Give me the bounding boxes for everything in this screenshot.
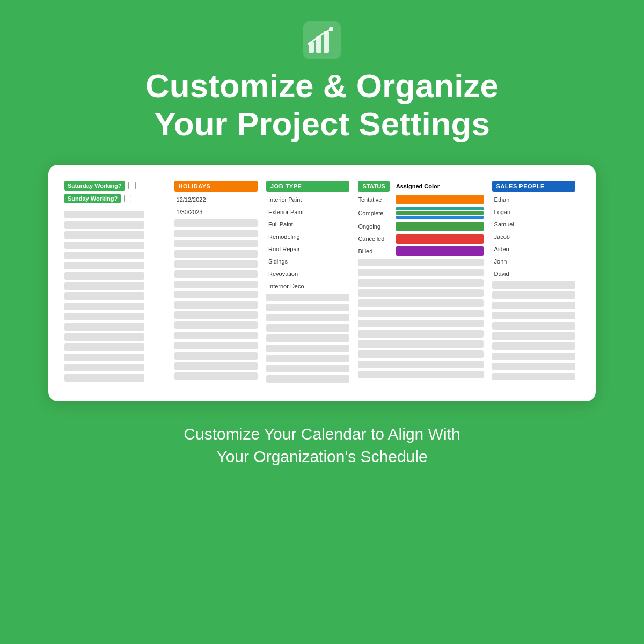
status-ongoing-color[interactable] — [396, 222, 483, 231]
status-tentative-label: Tentative — [358, 196, 393, 203]
saturday-working-row: Saturday Working? — [64, 181, 165, 191]
sales-people-section: SALES PEOPLE Ethan Logan Samuel Jacob Ai… — [488, 181, 580, 385]
status-tentative-row: Tentative — [358, 195, 483, 204]
job-type-item-7[interactable]: Revovation — [266, 269, 349, 279]
sales-person-2[interactable]: Logan — [492, 207, 575, 217]
sales-people-header: SALES PEOPLE — [492, 181, 575, 192]
svg-rect-3 — [324, 31, 329, 53]
assigned-color-header: Assigned Color — [396, 181, 440, 192]
sales-person-1[interactable]: Ethan — [492, 195, 575, 204]
status-cancelled-color[interactable] — [396, 234, 483, 244]
sales-person-6[interactable]: John — [492, 257, 575, 266]
status-complete-label: Complete — [358, 210, 393, 216]
saturday-checkbox[interactable] — [128, 182, 136, 189]
status-billed-label: Billed — [358, 248, 393, 254]
status-section: STATUS Assigned Color Tentative Complete — [354, 181, 487, 385]
top-section: Customize & Organize Your Project Settin… — [0, 0, 644, 468]
job-type-item-4[interactable]: Remodeling — [266, 232, 349, 241]
footer-text: Customize Your Calendar to Align With Yo… — [151, 423, 492, 468]
holiday-date-1[interactable]: 12/12/2022 — [174, 195, 258, 204]
job-type-item-2[interactable]: Exterior Paint — [266, 207, 349, 217]
saturday-label: Saturday Working? — [64, 181, 125, 191]
svg-point-4 — [329, 27, 333, 31]
job-type-item-1[interactable]: Interior Paint — [266, 195, 349, 204]
job-type-section: JOB TYPE Interior Paint Exterior Paint F… — [262, 181, 354, 385]
sales-person-3[interactable]: Samuel — [492, 219, 575, 229]
holiday-date-2[interactable]: 1/30/2023 — [174, 207, 258, 217]
status-complete-row: Complete — [358, 207, 483, 219]
sunday-checkbox[interactable] — [124, 195, 131, 202]
logo-icon — [303, 21, 341, 61]
main-title: Customize & Organize Your Project Settin… — [145, 67, 499, 143]
status-billed-row: Billed — [358, 246, 483, 256]
holidays-header: HOLIDAYS — [174, 181, 258, 192]
svg-rect-0 — [303, 21, 341, 59]
sunday-working-row: Sunday Working? — [64, 194, 165, 203]
holidays-section: HOLIDAYS 12/12/2022 1/30/2023 — [170, 181, 262, 385]
settings-card: Saturday Working? Sunday Working? — [48, 165, 596, 401]
working-days-section: Saturday Working? Sunday Working? — [64, 181, 170, 385]
status-billed-color[interactable] — [396, 246, 483, 256]
status-tentative-color[interactable] — [396, 195, 483, 204]
job-type-item-8[interactable]: Interrior Deco — [266, 281, 349, 291]
status-ongoing-row: Ongoing — [358, 222, 483, 231]
job-type-header: JOB TYPE — [266, 181, 349, 192]
sales-person-4[interactable]: Jacob — [492, 232, 575, 241]
status-cancelled-row: Cancelled — [358, 234, 483, 244]
sales-person-7[interactable]: David — [492, 269, 575, 279]
status-cancelled-label: Cancelled — [358, 236, 393, 242]
status-header: STATUS — [358, 181, 389, 192]
status-ongoing-label: Ongoing — [358, 223, 393, 230]
job-type-item-6[interactable]: Sidings — [266, 257, 349, 266]
sunday-label: Sunday Working? — [64, 194, 121, 203]
sales-person-5[interactable]: Aiden — [492, 244, 575, 254]
job-type-item-3[interactable]: Full Paint — [266, 219, 349, 229]
job-type-item-5[interactable]: Roof Repair — [266, 244, 349, 254]
